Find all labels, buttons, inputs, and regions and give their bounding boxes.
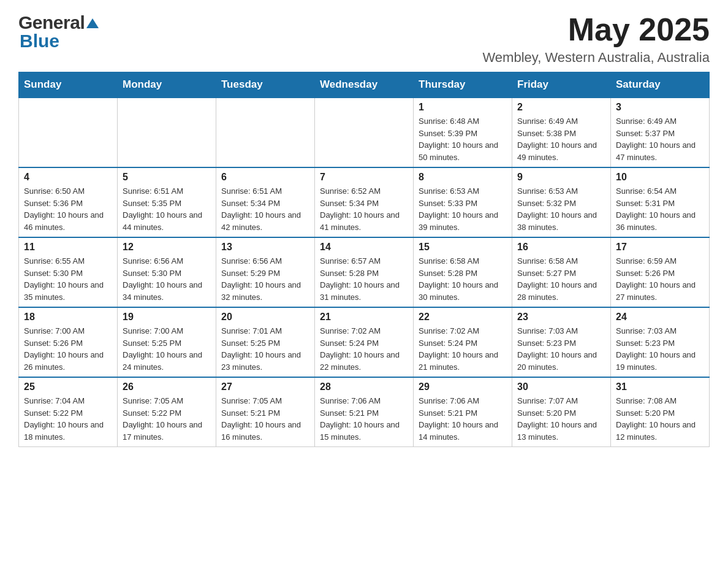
day-sun-info: Sunrise: 6:53 AM Sunset: 5:32 PM Dayligh… [517, 185, 605, 233]
day-sun-info: Sunrise: 6:57 AM Sunset: 5:28 PM Dayligh… [320, 255, 408, 303]
day-number: 2 [517, 102, 605, 113]
col-wednesday: Wednesday [315, 72, 414, 98]
day-number: 27 [221, 381, 309, 393]
day-sun-info: Sunrise: 7:00 AM Sunset: 5:26 PM Dayligh… [24, 325, 112, 373]
calendar-cell-w4-d6: 23Sunrise: 7:03 AM Sunset: 5:23 PM Dayli… [512, 307, 611, 377]
day-number: 30 [517, 381, 605, 393]
day-sun-info: Sunrise: 7:02 AM Sunset: 5:24 PM Dayligh… [419, 325, 507, 373]
calendar-cell-w3-d6: 16Sunrise: 6:58 AM Sunset: 5:27 PM Dayli… [512, 237, 611, 307]
day-number: 25 [24, 381, 112, 393]
calendar-cell-w1-d4 [315, 98, 414, 167]
calendar-cell-w5-d7: 31Sunrise: 7:08 AM Sunset: 5:20 PM Dayli… [611, 377, 710, 447]
day-sun-info: Sunrise: 6:58 AM Sunset: 5:27 PM Dayligh… [517, 255, 605, 303]
calendar-cell-w5-d2: 26Sunrise: 7:05 AM Sunset: 5:22 PM Dayli… [118, 377, 216, 447]
calendar-cell-w4-d5: 22Sunrise: 7:02 AM Sunset: 5:24 PM Dayli… [414, 307, 512, 377]
page-header: General Blue May 2025 Wembley, Western A… [18, 12, 710, 66]
calendar-cell-w5-d4: 28Sunrise: 7:06 AM Sunset: 5:21 PM Dayli… [315, 377, 414, 447]
day-number: 26 [123, 381, 211, 393]
day-sun-info: Sunrise: 7:07 AM Sunset: 5:20 PM Dayligh… [517, 395, 605, 443]
day-number: 1 [419, 102, 507, 113]
month-year-title: May 2025 [483, 12, 710, 47]
day-sun-info: Sunrise: 6:50 AM Sunset: 5:36 PM Dayligh… [24, 185, 112, 233]
day-number: 14 [320, 242, 408, 253]
col-saturday: Saturday [611, 72, 710, 98]
day-sun-info: Sunrise: 6:51 AM Sunset: 5:35 PM Dayligh… [123, 185, 211, 233]
calendar-cell-w4-d7: 24Sunrise: 7:03 AM Sunset: 5:23 PM Dayli… [611, 307, 710, 377]
calendar-cell-w1-d5: 1Sunrise: 6:48 AM Sunset: 5:39 PM Daylig… [414, 98, 512, 167]
logo-triangle-icon [86, 18, 99, 28]
day-number: 18 [24, 312, 112, 323]
day-number: 20 [221, 312, 309, 323]
day-sun-info: Sunrise: 6:48 AM Sunset: 5:39 PM Dayligh… [419, 115, 507, 163]
logo-blue-text: Blue [20, 31, 59, 52]
day-number: 15 [419, 242, 507, 253]
day-sun-info: Sunrise: 6:52 AM Sunset: 5:34 PM Dayligh… [320, 185, 408, 233]
calendar-cell-w2-d5: 8Sunrise: 6:53 AM Sunset: 5:33 PM Daylig… [414, 167, 512, 237]
calendar-cell-w3-d7: 17Sunrise: 6:59 AM Sunset: 5:26 PM Dayli… [611, 237, 710, 307]
col-sunday: Sunday [19, 72, 118, 98]
calendar-header-row: Sunday Monday Tuesday Wednesday Thursday… [19, 72, 710, 98]
calendar-week-2: 4Sunrise: 6:50 AM Sunset: 5:36 PM Daylig… [19, 167, 710, 237]
calendar-cell-w3-d1: 11Sunrise: 6:55 AM Sunset: 5:30 PM Dayli… [19, 237, 118, 307]
col-thursday: Thursday [414, 72, 512, 98]
calendar-cell-w4-d3: 20Sunrise: 7:01 AM Sunset: 5:25 PM Dayli… [216, 307, 315, 377]
day-sun-info: Sunrise: 7:04 AM Sunset: 5:22 PM Dayligh… [24, 395, 112, 443]
calendar-cell-w1-d6: 2Sunrise: 6:49 AM Sunset: 5:38 PM Daylig… [512, 98, 611, 167]
day-sun-info: Sunrise: 6:54 AM Sunset: 5:31 PM Dayligh… [616, 185, 704, 233]
day-sun-info: Sunrise: 6:55 AM Sunset: 5:30 PM Dayligh… [24, 255, 112, 303]
day-sun-info: Sunrise: 7:01 AM Sunset: 5:25 PM Dayligh… [221, 325, 309, 373]
calendar-cell-w4-d1: 18Sunrise: 7:00 AM Sunset: 5:26 PM Dayli… [19, 307, 118, 377]
day-sun-info: Sunrise: 7:05 AM Sunset: 5:21 PM Dayligh… [221, 395, 309, 443]
day-sun-info: Sunrise: 7:05 AM Sunset: 5:22 PM Dayligh… [123, 395, 211, 443]
day-number: 17 [616, 242, 704, 253]
day-number: 9 [517, 172, 605, 183]
day-sun-info: Sunrise: 6:59 AM Sunset: 5:26 PM Dayligh… [616, 255, 704, 303]
day-sun-info: Sunrise: 6:49 AM Sunset: 5:38 PM Dayligh… [517, 115, 605, 163]
day-sun-info: Sunrise: 6:56 AM Sunset: 5:29 PM Dayligh… [221, 255, 309, 303]
calendar-cell-w5-d5: 29Sunrise: 7:06 AM Sunset: 5:21 PM Dayli… [414, 377, 512, 447]
day-number: 29 [419, 381, 507, 393]
day-number: 10 [616, 172, 704, 183]
calendar-cell-w1-d1 [19, 98, 118, 167]
calendar-cell-w5-d6: 30Sunrise: 7:07 AM Sunset: 5:20 PM Dayli… [512, 377, 611, 447]
calendar-cell-w1-d7: 3Sunrise: 6:49 AM Sunset: 5:37 PM Daylig… [611, 98, 710, 167]
calendar-week-4: 18Sunrise: 7:00 AM Sunset: 5:26 PM Dayli… [19, 307, 710, 377]
location-subtitle: Wembley, Western Australia, Australia [483, 50, 710, 66]
day-sun-info: Sunrise: 7:06 AM Sunset: 5:21 PM Dayligh… [320, 395, 408, 443]
calendar-cell-w3-d5: 15Sunrise: 6:58 AM Sunset: 5:28 PM Dayli… [414, 237, 512, 307]
calendar-table: Sunday Monday Tuesday Wednesday Thursday… [18, 72, 710, 447]
logo: General Blue [18, 12, 99, 52]
day-number: 11 [24, 242, 112, 253]
day-number: 23 [517, 312, 605, 323]
logo-general-text: General [18, 12, 85, 33]
calendar-week-3: 11Sunrise: 6:55 AM Sunset: 5:30 PM Dayli… [19, 237, 710, 307]
day-number: 5 [123, 172, 211, 183]
day-sun-info: Sunrise: 6:49 AM Sunset: 5:37 PM Dayligh… [616, 115, 704, 163]
day-sun-info: Sunrise: 7:02 AM Sunset: 5:24 PM Dayligh… [320, 325, 408, 373]
calendar-cell-w3-d3: 13Sunrise: 6:56 AM Sunset: 5:29 PM Dayli… [216, 237, 315, 307]
day-sun-info: Sunrise: 6:58 AM Sunset: 5:28 PM Dayligh… [419, 255, 507, 303]
day-sun-info: Sunrise: 6:56 AM Sunset: 5:30 PM Dayligh… [123, 255, 211, 303]
day-number: 24 [616, 312, 704, 323]
day-number: 6 [221, 172, 309, 183]
calendar-week-1: 1Sunrise: 6:48 AM Sunset: 5:39 PM Daylig… [19, 98, 710, 167]
calendar-cell-w2-d2: 5Sunrise: 6:51 AM Sunset: 5:35 PM Daylig… [118, 167, 216, 237]
day-sun-info: Sunrise: 7:03 AM Sunset: 5:23 PM Dayligh… [517, 325, 605, 373]
day-sun-info: Sunrise: 7:00 AM Sunset: 5:25 PM Dayligh… [123, 325, 211, 373]
day-number: 7 [320, 172, 408, 183]
calendar-cell-w3-d4: 14Sunrise: 6:57 AM Sunset: 5:28 PM Dayli… [315, 237, 414, 307]
calendar-week-5: 25Sunrise: 7:04 AM Sunset: 5:22 PM Dayli… [19, 377, 710, 447]
col-friday: Friday [512, 72, 611, 98]
day-number: 12 [123, 242, 211, 253]
day-number: 19 [123, 312, 211, 323]
calendar-cell-w2-d1: 4Sunrise: 6:50 AM Sunset: 5:36 PM Daylig… [19, 167, 118, 237]
calendar-cell-w2-d6: 9Sunrise: 6:53 AM Sunset: 5:32 PM Daylig… [512, 167, 611, 237]
col-monday: Monday [118, 72, 216, 98]
day-sun-info: Sunrise: 7:06 AM Sunset: 5:21 PM Dayligh… [419, 395, 507, 443]
calendar-cell-w5-d3: 27Sunrise: 7:05 AM Sunset: 5:21 PM Dayli… [216, 377, 315, 447]
day-number: 13 [221, 242, 309, 253]
calendar-cell-w4-d4: 21Sunrise: 7:02 AM Sunset: 5:24 PM Dayli… [315, 307, 414, 377]
day-sun-info: Sunrise: 7:03 AM Sunset: 5:23 PM Dayligh… [616, 325, 704, 373]
calendar-cell-w1-d2 [118, 98, 216, 167]
day-number: 8 [419, 172, 507, 183]
